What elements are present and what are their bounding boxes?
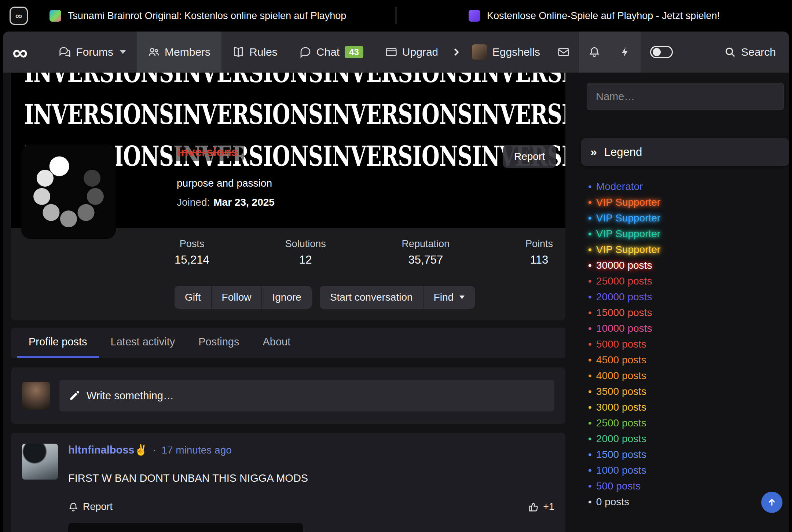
search-label: Search	[741, 46, 776, 58]
gift-button[interactable]: Gift	[175, 286, 212, 309]
tab-about[interactable]: About	[251, 328, 302, 358]
follow-button[interactable]: Follow	[212, 286, 262, 309]
legend-header[interactable]: » Legend	[581, 138, 789, 166]
legend-list: •Moderator •VIP Supporter •VIP Supporter…	[587, 179, 784, 510]
chat-count-badge: 43	[345, 46, 363, 58]
tab-postings[interactable]: Postings	[187, 328, 251, 358]
tab-title: Tsunami Brainrot Original: Kostenlos onl…	[68, 10, 346, 22]
legend-item: •VIP Supporter	[588, 210, 784, 226]
legend-item: •15000 posts	[588, 305, 784, 320]
nav-rules[interactable]: Rules	[221, 32, 289, 73]
site-navbar: ∞ Forums Members Rules	[3, 32, 789, 73]
search-icon	[724, 46, 736, 58]
legend-title: Legend	[604, 146, 642, 159]
nav-forums-label: Forums	[76, 46, 113, 58]
legend-item: •20000 posts	[588, 289, 784, 305]
search-button[interactable]: Search	[720, 32, 780, 73]
theme-toggle[interactable]	[641, 32, 682, 73]
legend-item: •2000 posts	[588, 431, 784, 447]
banner-art-row: INVERSIONSINVERSIONSINVERSIONSINVERSIONS	[11, 73, 565, 84]
ignore-button[interactable]: Ignore	[262, 286, 311, 309]
inbox-button[interactable]	[548, 32, 579, 73]
find-button[interactable]: Find	[423, 286, 475, 309]
write-something-input[interactable]	[87, 390, 545, 402]
members-sidebar: » Legend •Moderator •VIP Supporter •VIP …	[581, 73, 789, 510]
profile-avatar[interactable]	[21, 144, 116, 239]
users-icon	[148, 46, 160, 58]
write-something-box[interactable]	[59, 380, 554, 411]
rules-book-icon	[232, 46, 244, 58]
account-username: Eggshells	[492, 46, 540, 58]
browser-tab-1[interactable]: Tsunami Brainrot Original: Kostenlos onl…	[0, 10, 396, 22]
post-author-link[interactable]: hltnfinalboss✌	[68, 444, 148, 456]
post-footer: Report +1	[68, 501, 554, 513]
start-conversation-button[interactable]: Start conversation	[320, 286, 423, 309]
legend-item: •500 posts	[588, 478, 784, 494]
legend-item: •3000 posts	[588, 399, 784, 415]
bell-icon	[588, 46, 600, 58]
nav-upgrades[interactable]: Upgrades	[374, 32, 448, 73]
legend-item: •1500 posts	[588, 447, 784, 462]
profile-tagline: purpose and passion	[177, 177, 272, 189]
profile-joined: Joined:Mar 23, 2025	[177, 197, 275, 208]
alerts-button[interactable]	[579, 32, 610, 73]
conversation-button-group: Start conversation Find	[320, 286, 475, 309]
legend-item: •30000 posts	[588, 257, 784, 273]
tab-title: Kostenlose Online-Spiele auf Playhop - J…	[487, 10, 720, 22]
profile-tab-bar: Profile posts Latest activity Postings A…	[11, 328, 565, 358]
legend-item: •25000 posts	[588, 273, 784, 289]
legend-item: •VIP Supporter	[588, 242, 784, 257]
legend-item: •5000 posts	[588, 336, 784, 352]
thumbs-up-icon	[528, 502, 539, 512]
nav-chat[interactable]: Chat 43	[289, 32, 374, 73]
reactions-button[interactable]	[610, 32, 641, 73]
site-logo[interactable]: ∞	[12, 32, 27, 73]
browser-tab-bar: ∞ Tsunami Brainrot Original: Kostenlos o…	[0, 0, 792, 32]
legend-item: •Moderator	[588, 179, 784, 194]
stat-solutions: Solutions 12	[285, 238, 326, 267]
legend-item: •VIP Supporter	[588, 194, 784, 210]
post-content: FIRST W BAN DONT UNBAN THIS NIGGA MODS	[68, 472, 554, 484]
scroll-to-top-button[interactable]	[761, 492, 782, 513]
tab-divider	[396, 7, 396, 24]
avatar[interactable]	[22, 444, 58, 480]
webview: ∞ Forums Members Rules	[3, 32, 789, 532]
envelope-icon	[558, 46, 569, 58]
nav-rules-label: Rules	[249, 46, 278, 58]
post-body: hltnfinalboss✌ · 17 minutes ago FIRST W …	[68, 444, 554, 532]
chat-bubble-icon	[300, 46, 311, 58]
member-name-search-input[interactable]	[587, 83, 784, 110]
post-timestamp-link[interactable]: 17 minutes ago	[161, 444, 231, 456]
chevron-down-icon	[120, 50, 126, 54]
profile-post-composer	[11, 367, 565, 424]
browser-workspace-icon[interactable]: ∞	[10, 7, 28, 25]
tab-profile-posts[interactable]: Profile posts	[17, 328, 99, 358]
report-post-button[interactable]: Report	[68, 501, 113, 513]
stat-reputation: Reputation 35,757	[402, 238, 450, 267]
legend-item: •4000 posts	[588, 368, 784, 384]
legend-item: •10000 posts	[588, 320, 784, 336]
tab-latest-activity[interactable]: Latest activity	[99, 328, 187, 358]
account-menu[interactable]: Eggshells	[464, 32, 548, 73]
legend-item: •VIP Supporter	[588, 226, 784, 242]
browser-tab-2[interactable]: Kostenlose Online-Spiele auf Playhop - J…	[396, 10, 792, 22]
nav-members-label: Members	[165, 46, 210, 58]
profile-username: inversions	[172, 143, 244, 161]
nav-forums[interactable]: Forums	[48, 32, 137, 73]
profile-post: hltnfinalboss✌ · 17 minutes ago FIRST W …	[11, 433, 565, 532]
reaction-summary[interactable]: +1	[528, 501, 554, 513]
bell-icon	[68, 502, 78, 512]
legend-item: •1000 posts	[588, 462, 784, 478]
comment-box-cut[interactable]	[68, 523, 303, 532]
pencil-icon	[69, 390, 80, 401]
report-profile-button[interactable]: Report	[503, 145, 556, 168]
profile-main-column: INVERSIONSINVERSIONSINVERSIONSINVERSIONS…	[11, 73, 565, 532]
stat-posts: Posts 15,214	[175, 238, 209, 267]
avatar	[472, 44, 487, 60]
nav-scroll-right-button[interactable]	[448, 32, 464, 73]
credit-card-icon	[385, 46, 397, 58]
tab-favicon-playhop	[469, 10, 480, 22]
chevron-down-icon	[459, 296, 465, 299]
joined-label: Joined:	[177, 197, 210, 208]
nav-members[interactable]: Members	[137, 32, 221, 73]
